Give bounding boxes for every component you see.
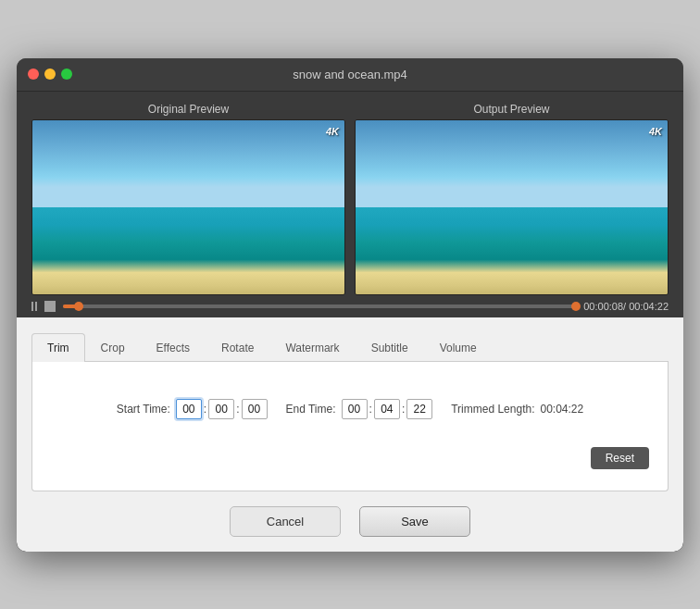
tab-content-trim: Start Time: : : End Time: :: [31, 362, 669, 491]
output-video-frame: 4K: [355, 119, 669, 295]
original-preview-label: Original Preview: [31, 103, 345, 116]
tab-rotate[interactable]: Rotate: [206, 333, 269, 362]
original-4k-badge: 4K: [326, 126, 339, 137]
close-button[interactable]: [28, 68, 39, 80]
output-preview-label: Output Preview: [355, 103, 669, 116]
start-time-seconds[interactable]: [242, 399, 268, 419]
reset-button[interactable]: Reset: [591, 447, 649, 469]
tabs: Trim Crop Effects Rotate Watermark Subti…: [31, 332, 669, 362]
progress-thumb-start[interactable]: [74, 302, 83, 311]
minimize-button[interactable]: [44, 68, 56, 80]
end-time-hours[interactable]: [342, 399, 368, 419]
tab-volume[interactable]: Volume: [424, 333, 493, 362]
start-time-label: Start Time:: [117, 403, 170, 416]
tab-crop[interactable]: Crop: [85, 333, 141, 362]
reset-row: Reset: [51, 447, 649, 469]
action-buttons: Cancel Save: [31, 506, 669, 537]
titlebar: snow and ocean.mp4: [17, 58, 683, 92]
traffic-lights: [28, 68, 72, 80]
original-video-placeholder: [32, 120, 344, 294]
output-preview-panel: Output Preview 4K: [355, 103, 669, 295]
trimmed-length-label: Trimmed Length:: [451, 403, 534, 416]
time-display: 00:00:08/ 00:04:22: [583, 301, 669, 312]
trim-controls: Start Time: : : End Time: :: [51, 399, 649, 419]
end-time-seconds[interactable]: [406, 399, 432, 419]
end-time-minutes[interactable]: [374, 399, 400, 419]
tab-effects[interactable]: Effects: [141, 333, 206, 362]
bottom-panel: Trim Crop Effects Rotate Watermark Subti…: [17, 317, 683, 552]
output-video-placeholder: [356, 120, 668, 294]
tab-trim[interactable]: Trim: [31, 333, 85, 362]
controls-bar: 00:00:08/ 00:04:22: [17, 295, 683, 317]
start-time-inputs: : :: [176, 399, 268, 419]
maximize-button[interactable]: [61, 68, 72, 80]
start-time-minutes[interactable]: [208, 399, 234, 419]
end-time-label: End Time:: [286, 403, 336, 416]
tab-subtitle[interactable]: Subtitle: [356, 333, 424, 362]
window-title: snow and ocean.mp4: [293, 68, 407, 81]
pause-button[interactable]: [31, 302, 37, 311]
end-time-group: End Time: : :: [286, 399, 433, 419]
save-button[interactable]: Save: [359, 506, 470, 537]
main-window: snow and ocean.mp4 Original Preview 4K O…: [17, 58, 683, 552]
progress-bar[interactable]: [63, 304, 576, 308]
trimmed-length-value: 00:04:22: [540, 403, 583, 416]
progress-thumb-end[interactable]: [571, 302, 581, 311]
preview-area: Original Preview 4K Output Preview 4K: [17, 92, 683, 295]
tab-watermark[interactable]: Watermark: [269, 333, 355, 362]
original-video-frame: 4K: [31, 119, 345, 295]
start-time-hours[interactable]: [176, 399, 202, 419]
stop-button[interactable]: [44, 301, 56, 312]
original-preview-panel: Original Preview 4K: [31, 103, 345, 295]
cancel-button[interactable]: Cancel: [230, 506, 341, 537]
end-time-inputs: : :: [342, 399, 433, 419]
stop-icon: [44, 301, 56, 312]
pause-icon: [31, 302, 37, 311]
start-time-group: Start Time: : :: [117, 399, 268, 419]
output-4k-badge: 4K: [649, 126, 662, 137]
trimmed-length-group: Trimmed Length: 00:04:22: [451, 403, 583, 416]
